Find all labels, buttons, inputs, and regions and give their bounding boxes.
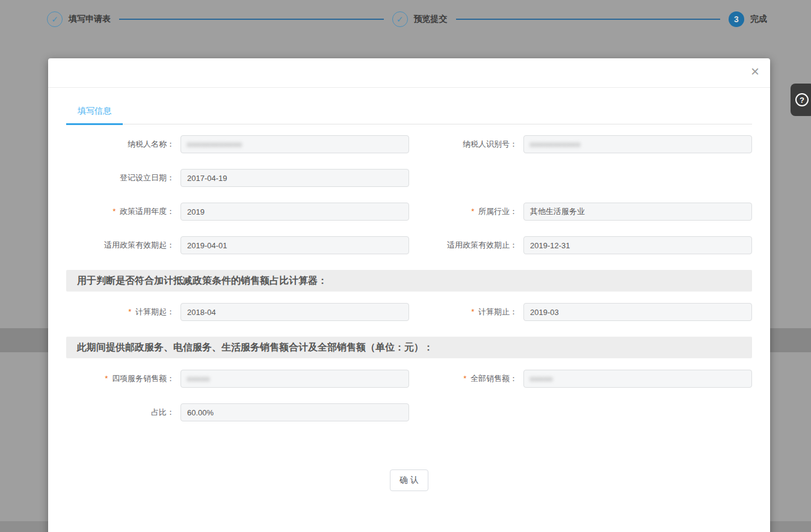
form-row: 纳税人名称： ●●●●●●●●●●●● 纳税人识别号： ●●●●●●●●●●●	[66, 135, 752, 153]
calc-from-label: * 计算期起：	[66, 303, 180, 321]
register-date-input[interactable]	[180, 169, 409, 187]
redacted-value: ●●●●●●●●●●●●	[187, 141, 242, 148]
form-row: 占比：	[66, 403, 752, 421]
close-icon[interactable]: ×	[751, 64, 759, 79]
help-button[interactable]: ?	[791, 84, 811, 116]
redacted-value: ●●●●●	[187, 375, 210, 382]
industry-label: * 所属行业：	[415, 203, 523, 221]
valid-from-input[interactable]	[180, 236, 409, 254]
total-sales-input[interactable]: ●●●●●	[523, 370, 752, 388]
four-services-sales-input[interactable]: ●●●●●	[180, 370, 409, 388]
stepper-step-complete: 3 完成	[729, 11, 767, 27]
calc-to-label: * 计算期止：	[415, 303, 523, 321]
taxpayer-id-label: 纳税人识别号：	[415, 135, 523, 153]
stepper-connector	[119, 19, 384, 20]
tab-bar: 填写信息	[66, 88, 752, 124]
taxpayer-name-input[interactable]: ●●●●●●●●●●●●	[180, 135, 409, 153]
section-header-ratio-calculator: 用于判断是否符合加计抵减政策条件的销售额占比计算器：	[66, 270, 752, 292]
redacted-value: ●●●●●●●●●●●	[530, 141, 581, 148]
industry-input[interactable]	[523, 203, 752, 221]
step-label: 完成	[750, 14, 767, 25]
policy-year-label: * 政策适用年度：	[66, 203, 180, 221]
question-mark-icon: ?	[795, 93, 809, 106]
ratio-label: 占比：	[66, 403, 180, 421]
calc-from-input[interactable]	[180, 303, 409, 321]
required-marker: *	[113, 207, 116, 216]
required-marker: *	[463, 374, 466, 383]
taxpayer-id-input[interactable]: ●●●●●●●●●●●	[523, 135, 752, 153]
stepper-connector	[456, 19, 721, 20]
step-label: 预览提交	[414, 14, 448, 25]
application-form: 纳税人名称： ●●●●●●●●●●●● 纳税人识别号： ●●●●●●●●●●●	[66, 124, 752, 491]
valid-to-input[interactable]	[523, 236, 752, 254]
policy-year-input[interactable]	[180, 203, 409, 221]
form-row: 适用政策有效期起： 适用政策有效期止：	[66, 236, 752, 254]
page: ✓ 填写申请表 ✓ 预览提交 3 完成 × 填写信息 纳	[0, 0, 811, 532]
form-row: * 计算期起： * 计算期止：	[66, 303, 752, 321]
taxpayer-name-label: 纳税人名称：	[66, 135, 180, 153]
check-circle-icon: ✓	[392, 11, 408, 27]
stepper-step-fill-form: ✓ 填写申请表	[47, 11, 111, 27]
required-marker: *	[128, 307, 131, 316]
dialog-footer: 确 认	[66, 469, 752, 491]
total-sales-label: * 全部销售额：	[415, 370, 523, 388]
form-row: 登记设立日期：	[66, 169, 752, 187]
tab-fill-info[interactable]: 填写信息	[66, 100, 123, 125]
stepper-step-preview-submit: ✓ 预览提交	[392, 11, 448, 27]
valid-to-label: 适用政策有效期止：	[415, 236, 523, 254]
form-row: * 四项服务销售额： ●●●●● * 全部销售额： ●●●●●	[66, 370, 752, 388]
step-number-badge: 3	[729, 11, 744, 27]
required-marker: *	[471, 207, 474, 216]
dialog-header: ×	[48, 58, 770, 88]
dialog-body: 填写信息 纳税人名称： ●●●●●●●●●●●● 纳税人识别号： ●	[48, 88, 770, 491]
check-circle-icon: ✓	[47, 11, 63, 27]
form-row: * 政策适用年度： * 所属行业：	[66, 203, 752, 221]
step-label: 填写申请表	[69, 14, 111, 25]
wizard-stepper: ✓ 填写申请表 ✓ 预览提交 3 完成	[0, 0, 811, 38]
redacted-value: ●●●●●	[530, 375, 553, 382]
register-date-label: 登记设立日期：	[66, 169, 180, 187]
required-marker: *	[471, 307, 474, 316]
four-services-sales-label: * 四项服务销售额：	[66, 370, 180, 388]
calc-to-input[interactable]	[523, 303, 752, 321]
valid-from-label: 适用政策有效期起：	[66, 236, 180, 254]
required-marker: *	[105, 374, 108, 383]
fill-info-dialog: × 填写信息 纳税人名称： ●●●●●●●●●●●● 纳税人识别号：	[48, 58, 770, 532]
confirm-button[interactable]: 确 认	[390, 469, 428, 491]
ratio-input[interactable]	[180, 403, 409, 421]
section-header-sales-totals: 此期间提供邮政服务、电信服务、生活服务销售额合计及全部销售额（单位：元）：	[66, 337, 752, 358]
